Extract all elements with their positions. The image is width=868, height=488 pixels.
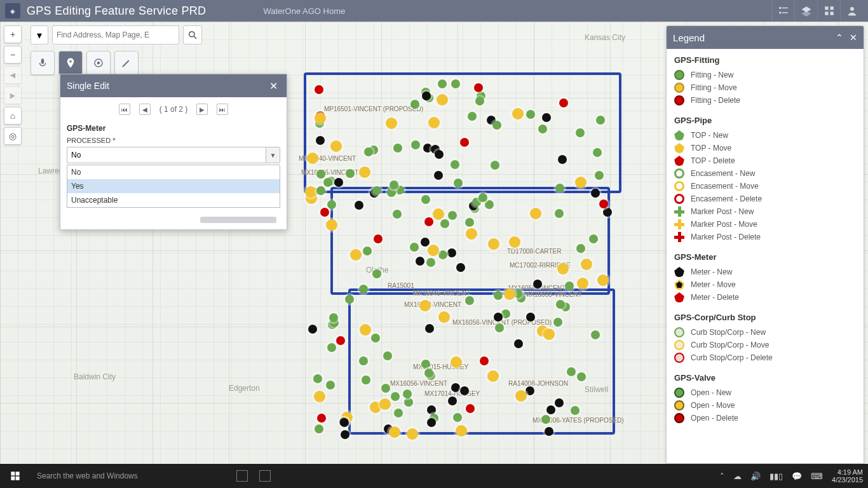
close-icon[interactable]: ✕ [850,32,857,43]
dropdown-option[interactable]: Unacceptable [67,193,280,207]
volume-icon[interactable]: 🔊 [750,471,761,481]
search-input[interactable] [52,25,179,44]
taskbar-search[interactable]: Search the web and Windows [31,471,227,480]
dropdown-option[interactable]: Yes [67,179,280,193]
feature-point[interactable] [424,369,433,377]
feature-point[interactable] [359,356,368,365]
tray-chevron-up-icon[interactable]: ˄ [720,471,724,481]
feature-point[interactable] [359,166,370,178]
feature-point[interactable] [456,263,465,272]
feature-point[interactable] [421,360,430,369]
select-tool-button[interactable] [86,51,111,75]
legend-header[interactable]: Legend ⌃ ✕ [667,26,864,49]
feature-point[interactable] [599,200,608,208]
feature-point[interactable] [595,171,604,180]
feature-point[interactable] [317,414,326,423]
feature-point[interactable] [393,144,402,152]
next-extent-button[interactable]: ► [4,86,22,104]
prev-record-button[interactable]: ◀ [139,104,151,115]
feature-point[interactable] [571,406,580,415]
task-view-icon[interactable] [236,470,248,482]
feature-point[interactable] [404,398,413,407]
feature-point[interactable] [403,390,412,398]
feature-point[interactable] [448,211,457,220]
zoom-out-button[interactable]: − [4,46,22,64]
feature-point[interactable] [460,138,469,147]
store-icon[interactable] [259,470,271,482]
feature-point[interactable] [363,247,372,255]
draw-tool-button[interactable] [114,51,139,75]
feature-point[interactable] [451,160,459,169]
feature-point[interactable] [326,219,337,231]
feature-point[interactable] [428,245,439,256]
feature-point[interactable] [411,140,420,149]
zoom-in-button[interactable]: + [4,25,22,43]
feature-point[interactable] [315,424,323,433]
feature-point[interactable] [453,413,462,422]
feature-point[interactable] [478,193,487,202]
onedrive-icon[interactable]: ☁ [733,471,742,481]
feature-point[interactable] [591,330,600,339]
feature-point[interactable] [559,98,568,107]
taskbar-clock[interactable]: 4:19 AM 4/23/2015 [832,468,863,484]
feature-point[interactable] [341,430,349,439]
feature-point[interactable] [557,263,569,274]
feature-point[interactable] [577,372,586,381]
feature-point[interactable] [419,300,431,311]
feature-point[interactable] [315,112,326,124]
feature-point[interactable] [371,334,380,342]
feature-point[interactable] [440,219,449,228]
feature-point[interactable] [538,125,547,133]
feature-point[interactable] [501,309,510,318]
search-source-dropdown[interactable]: ▾ [31,25,48,44]
collapse-icon[interactable]: ⌃ [836,32,843,43]
feature-point[interactable] [448,396,457,405]
next-record-button[interactable]: ▶ [196,104,208,115]
network-icon[interactable]: ▮▮▯ [770,471,783,481]
feature-point[interactable] [487,370,499,382]
panel-scrollbar[interactable] [200,217,276,223]
processed-input[interactable] [67,151,266,159]
feature-point[interactable] [530,208,541,219]
feature-point[interactable] [316,170,325,179]
basemap-icon[interactable] [817,0,840,22]
feature-point[interactable] [542,113,551,122]
feature-point[interactable] [515,390,527,402]
feature-point[interactable] [336,336,345,345]
feature-point[interactable] [438,79,447,88]
last-record-button[interactable]: ⏭ [217,104,228,115]
first-record-button[interactable]: ⏮ [119,104,130,115]
map-canvas[interactable]: Kansas CityOlatheEdgertonStilwellBaldwin… [0,22,868,464]
feature-point[interactable] [393,210,402,219]
feature-point[interactable] [425,324,434,333]
feature-point[interactable] [307,152,318,164]
home-extent-button[interactable]: ⌂ [4,107,22,125]
feature-point[interactable] [350,249,362,261]
feature-point[interactable] [492,121,501,130]
feature-point[interactable] [407,428,418,440]
feature-point[interactable] [454,179,463,187]
close-icon[interactable]: ✕ [267,80,280,92]
feature-point[interactable] [466,228,477,240]
feature-point[interactable] [576,128,585,137]
feature-point[interactable] [340,418,349,427]
processed-combobox[interactable]: ▼ No Yes Unacceptable [67,147,280,163]
app-subtitle-link[interactable]: WaterOne AGO Home [263,6,345,16]
feature-point[interactable] [558,155,567,164]
feature-point[interactable] [427,405,436,414]
dropdown-option[interactable]: No [67,165,280,179]
feature-point[interactable] [480,356,489,365]
feature-point[interactable] [494,313,503,322]
locate-button[interactable]: ◎ [4,127,22,145]
legend-toggle-icon[interactable] [771,0,794,22]
layers-icon[interactable] [794,0,817,22]
feature-point[interactable] [488,238,499,250]
feature-point[interactable] [416,257,424,266]
feature-point[interactable] [603,208,612,217]
feature-point[interactable] [475,97,484,105]
feature-point[interactable] [512,108,524,119]
keyboard-icon[interactable]: ⌨ [811,471,823,481]
feature-point[interactable] [495,323,504,332]
feature-point[interactable] [334,178,343,187]
single-edit-tool-button[interactable] [58,51,83,75]
